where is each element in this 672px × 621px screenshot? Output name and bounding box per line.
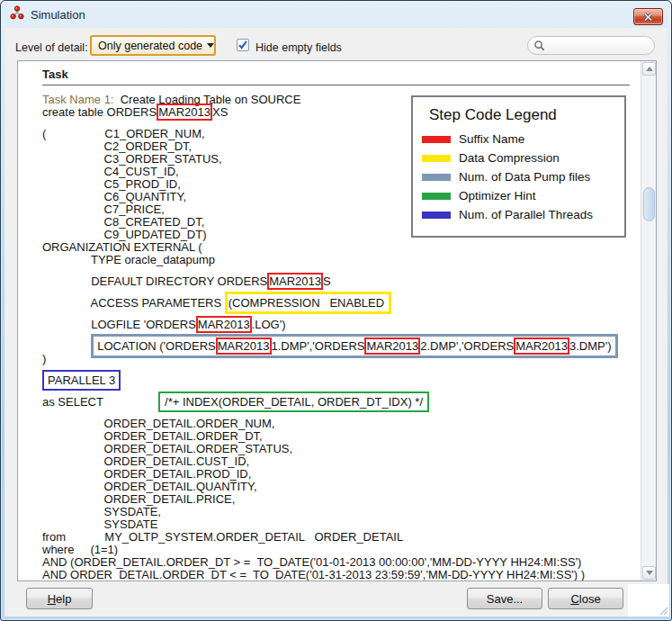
- simulation-icon: [10, 5, 24, 23]
- code-line: LOGFILE 'ORDERSMAR2013.LOG'): [42, 319, 641, 331]
- legend-item-label: Data Compression: [459, 151, 560, 165]
- suffix-highlight: MAR2013: [216, 338, 272, 355]
- hide-empty-fields-checkbox[interactable]: [237, 39, 249, 51]
- resize-grip-icon: [657, 604, 668, 616]
- code-line: LOCATION ('ORDERSMAR20131.DMP','ORDERSMA…: [42, 340, 641, 353]
- tasklabel-highlight: Task Name 1:: [42, 93, 113, 106]
- legend-item: Data Compression: [422, 151, 617, 165]
- code-line: AND (ORDER_DETAIL.ORDER_DT > = TO_DATE('…: [42, 556, 641, 569]
- vertical-scrollbar[interactable]: [641, 61, 656, 580]
- section-divider: [42, 85, 630, 86]
- level-of-detail-label: Level of detail:: [15, 41, 88, 54]
- code-line: ORDER_DETAIL.QUANTITY,: [42, 481, 641, 493]
- close-icon: [643, 13, 653, 22]
- search-icon: [533, 40, 546, 52]
- legend-color-swatch: [422, 212, 451, 219]
- code-line: DEFAULT DIRECTORY ORDERSMAR2013S: [42, 275, 641, 288]
- code-line: as SELECT /*+ INDEX(ORDER_DETAIL, ORDER_…: [42, 396, 641, 409]
- close-window-button[interactable]: [633, 8, 663, 25]
- code-line: ACCESS PARAMETERS (COMPRESSION ENABLED: [42, 297, 641, 310]
- legend-title: Step Code Legend: [429, 106, 617, 124]
- scrollbar-thumb[interactable]: [643, 187, 655, 221]
- code-line: where (1=1): [42, 544, 641, 556]
- arrow-down-icon: [646, 571, 653, 575]
- code-line: from MY_OLTP_SYSTEM.ORDER_DETAIL ORDER_D…: [42, 531, 641, 544]
- scroll-up-button[interactable]: [642, 62, 656, 76]
- code-line: ORDER_DETAIL.CUST_ID,: [42, 455, 641, 468]
- suffix-highlight: MAR2013: [514, 338, 569, 355]
- arrow-up-icon: [646, 67, 653, 71]
- code-line: [42, 365, 641, 374]
- code-line: ORDER_DETAIL.ORDER_NUM,: [42, 418, 641, 430]
- legend-item: Optimizer Hint: [422, 189, 617, 202]
- simulation-report-panel: Task Task Name 1: Create Loading Table o…: [17, 60, 657, 581]
- code-line: SYSDATE,: [42, 506, 641, 518]
- title-bar[interactable]: Simulation: [1, 1, 671, 28]
- help-button[interactable]: Help: [26, 588, 93, 609]
- task-section-title: Task: [42, 68, 641, 81]
- dialog-body: Level of detail: Only generated code Hid…: [4, 28, 668, 616]
- step-code-legend: Step Code Legend Suffix NameData Compres…: [411, 95, 626, 238]
- legend-item: Suffix Name: [422, 132, 617, 146]
- compression-highlight: (COMPRESSION ENABLED: [225, 292, 391, 314]
- legend-item: Num. of Data Pump files: [422, 170, 617, 184]
- close-button[interactable]: Close: [548, 588, 623, 609]
- hint-highlight-box: /*+ INDEX(ORDER_DETAIL, ORDER_DT_IDX) */: [158, 392, 429, 412]
- legend-item-label: Num. of Data Pump files: [459, 170, 590, 184]
- suffix-highlight: MAR2013: [196, 316, 252, 333]
- save-button[interactable]: Save...: [467, 588, 542, 609]
- hide-empty-fields-label: Hide empty fields: [255, 41, 342, 54]
- simulation-dialog: Simulation Level of detail: Only generat…: [0, 0, 672, 621]
- suffix-highlight: MAR2013: [157, 104, 212, 121]
- code-line: ORDER_DETAIL.PROD_ID,: [42, 468, 641, 481]
- legend-items: Suffix NameData CompressionNum. of Data …: [422, 132, 617, 221]
- suffix-highlight: MAR2013: [267, 273, 323, 290]
- resize-grip-area[interactable]: [628, 584, 669, 616]
- legend-color-swatch: [422, 155, 451, 162]
- checkmark-icon: [237, 40, 248, 50]
- legend-item-label: Suffix Name: [459, 132, 524, 146]
- legend-color-swatch: [422, 174, 451, 181]
- code-line: ORDER_DETAIL.PRICE,: [42, 493, 641, 506]
- parallel-highlight-box: PARALLEL 3: [42, 370, 121, 391]
- legend-color-swatch: [422, 136, 451, 143]
- code-line: PARALLEL 3: [42, 374, 641, 387]
- level-of-detail-value: Only generated code: [98, 40, 202, 52]
- chevron-down-icon: [207, 43, 214, 48]
- code-line: ORDER_DETAIL.ORDER_STATUS,: [42, 443, 641, 455]
- legend-item-label: Optimizer Hint: [459, 189, 536, 202]
- code-line: SYSDATE: [42, 518, 641, 531]
- legend-item-label: Num. of Parallel Threads: [459, 208, 593, 221]
- code-line: ORDER_DETAIL.ORDER_DT,: [42, 430, 641, 443]
- suffix-highlight: MAR2013: [364, 338, 420, 355]
- code-line: ORGANIZATION EXTERNAL (: [42, 241, 641, 254]
- datapump-highlight-box: LOCATION ('ORDERSMAR20131.DMP','ORDERSMA…: [91, 334, 617, 358]
- level-of-detail-select[interactable]: Only generated code: [90, 35, 216, 56]
- scroll-down-button[interactable]: [642, 566, 656, 580]
- search-box[interactable]: [527, 36, 655, 55]
- legend-color-swatch: [422, 193, 451, 200]
- code-line: AND ORDER_DETAIL.ORDER_DT < = TO_DATE('0…: [42, 569, 641, 580]
- code-line: TYPE oracle_datapump: [42, 254, 641, 266]
- legend-item: Num. of Parallel Threads: [422, 208, 617, 221]
- window-title: Simulation: [31, 8, 85, 22]
- search-input[interactable]: [546, 40, 649, 52]
